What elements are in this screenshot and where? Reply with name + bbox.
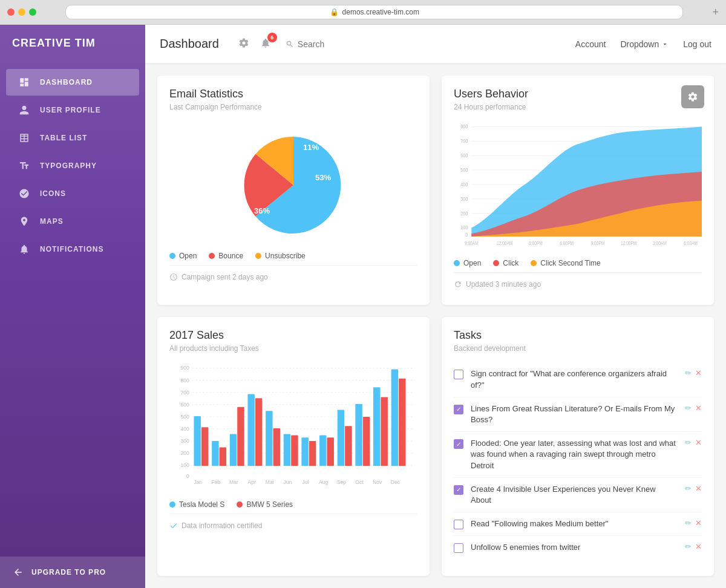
svg-text:300: 300 (460, 195, 468, 202)
svg-rect-65 (381, 397, 387, 466)
sales-card: 2017 Sales All products including Taxes (157, 317, 430, 576)
svg-rect-57 (309, 442, 316, 466)
pie-label-unsubscribe: 11% (303, 143, 319, 152)
email-stats-subtitle: Last Campaign Performance (169, 103, 417, 111)
task-edit-5[interactable]: ✏ (685, 518, 692, 528)
search-input[interactable] (298, 39, 370, 49)
svg-text:200: 200 (180, 451, 189, 457)
sidebar-item-table-list[interactable]: TABLE LIST (6, 125, 139, 151)
svg-text:800: 800 (460, 123, 468, 129)
task-item: Flooded: One year later, assessing what … (454, 432, 702, 478)
task-checkbox-3[interactable] (454, 439, 463, 449)
svg-rect-61 (345, 426, 352, 466)
gear-icon (687, 91, 698, 102)
task-text-2: Lines From Great Russian Literature? Or … (471, 403, 678, 425)
sidebar-label-user-profile: USER PROFILE (40, 106, 101, 114)
svg-text:100: 100 (180, 463, 189, 469)
sidebar-item-notifications[interactable]: NOTIFICATIONS (6, 236, 139, 263)
svg-text:3:00PM: 3:00PM (529, 240, 543, 246)
notifications-icon-btn[interactable]: 6 (258, 35, 273, 53)
task-actions-4: ✏ ✕ (685, 484, 702, 493)
lock-icon: 🔒 (330, 8, 339, 16)
legend-dot-bmw (237, 501, 243, 508)
svg-text:Sep: Sep (337, 479, 347, 485)
task-item: Unfollow 5 enemies from twitter ✏ ✕ (454, 536, 702, 559)
svg-text:Jan: Jan (194, 479, 202, 485)
chevron-down-icon (661, 41, 669, 48)
task-edit-3[interactable]: ✏ (685, 438, 692, 447)
svg-rect-46 (212, 442, 218, 466)
svg-rect-48 (230, 434, 237, 466)
task-item: Sign contract for "What are conference o… (454, 362, 702, 397)
task-delete-1[interactable]: ✕ (695, 368, 702, 377)
task-edit-6[interactable]: ✏ (685, 542, 692, 551)
minimize-dot[interactable] (18, 8, 25, 16)
logout-link[interactable]: Log out (683, 39, 711, 49)
browser-dots (7, 8, 36, 16)
users-behavior-subtitle: 24 Hours performance (454, 103, 702, 111)
legend-dot-tesla (169, 501, 175, 508)
svg-text:Mai: Mai (266, 479, 274, 485)
sidebar-item-icons[interactable]: ICONS (6, 180, 139, 207)
svg-text:Oct: Oct (355, 479, 364, 485)
task-delete-3[interactable]: ✕ (695, 438, 702, 447)
task-delete-5[interactable]: ✕ (695, 518, 702, 528)
pie-label-open: 53% (315, 173, 331, 182)
task-item: Read "Following makes Medium better" ✏ ✕ (454, 512, 702, 536)
svg-text:9:00PM: 9:00PM (591, 240, 605, 246)
svg-rect-50 (247, 394, 254, 466)
sidebar-nav: DASHBOARD USER PROFILE (0, 68, 145, 557)
sales-subtitle: All products including Taxes (169, 344, 417, 353)
svg-text:900: 900 (180, 365, 189, 371)
task-checkbox-1[interactable] (454, 370, 463, 379)
svg-text:800: 800 (180, 377, 189, 384)
legend-label-tesla: Tesla Model S (179, 500, 224, 509)
svg-rect-44 (194, 416, 200, 466)
browser-url-bar[interactable]: 🔒 demos.creative-tim.com (65, 5, 683, 19)
task-edit-4[interactable]: ✏ (685, 484, 692, 493)
task-edit-2[interactable]: ✏ (685, 403, 692, 413)
new-tab-button[interactable]: + (712, 6, 719, 19)
dropdown-button[interactable]: Dropdown (620, 39, 669, 49)
map-icon (18, 215, 30, 227)
legend-unsubscribe: Unsubscribe (255, 252, 306, 260)
page-title: Dashboard (160, 37, 219, 51)
pie-chart: 53% 36% 11% (239, 131, 348, 240)
refresh-icon (454, 280, 462, 289)
icons-icon (18, 188, 30, 200)
task-delete-6[interactable]: ✕ (695, 542, 702, 551)
svg-rect-47 (220, 448, 226, 466)
svg-rect-54 (284, 434, 290, 466)
svg-text:Jun: Jun (284, 479, 292, 485)
task-delete-4[interactable]: ✕ (695, 484, 702, 493)
sidebar-item-typography[interactable]: TYPOGRAPHY (6, 152, 139, 179)
task-edit-1[interactable]: ✏ (685, 368, 692, 377)
task-checkbox-6[interactable] (454, 543, 463, 553)
upgrade-button[interactable]: UPGRADE TO PRO (0, 557, 145, 588)
sidebar-item-maps[interactable]: MAPS (6, 208, 139, 235)
task-actions-1: ✏ ✕ (685, 368, 702, 377)
sidebar-label-typography: TYPOGRAPHY (40, 162, 97, 170)
sidebar-item-dashboard[interactable]: DASHBOARD (6, 69, 139, 96)
task-checkbox-2[interactable] (454, 405, 463, 414)
svg-rect-53 (273, 429, 280, 466)
settings-icon-btn[interactable] (236, 35, 252, 53)
task-actions-2: ✏ ✕ (685, 403, 702, 413)
legend-tesla: Tesla Model S (169, 500, 224, 509)
svg-text:400: 400 (180, 426, 189, 432)
users-behavior-title: Users Behavior (454, 88, 702, 100)
task-checkbox-4[interactable] (454, 485, 463, 495)
email-footer-text: Campaign sent 2 days ago (182, 273, 268, 281)
legend-label-bmw: BMW 5 Series (246, 500, 293, 509)
maximize-dot[interactable] (29, 8, 36, 16)
account-link[interactable]: Account (575, 39, 606, 49)
sidebar-item-user-profile[interactable]: USER PROFILE (6, 97, 139, 123)
close-dot[interactable] (7, 8, 15, 16)
svg-text:600: 600 (180, 402, 189, 408)
task-checkbox-5[interactable] (454, 520, 463, 529)
sales-footer: Data information certified (169, 514, 417, 530)
url-text: demos.creative-tim.com (342, 8, 419, 16)
task-delete-2[interactable]: ✕ (695, 403, 702, 413)
search-bar[interactable] (286, 39, 370, 49)
gear-button[interactable] (681, 85, 704, 108)
